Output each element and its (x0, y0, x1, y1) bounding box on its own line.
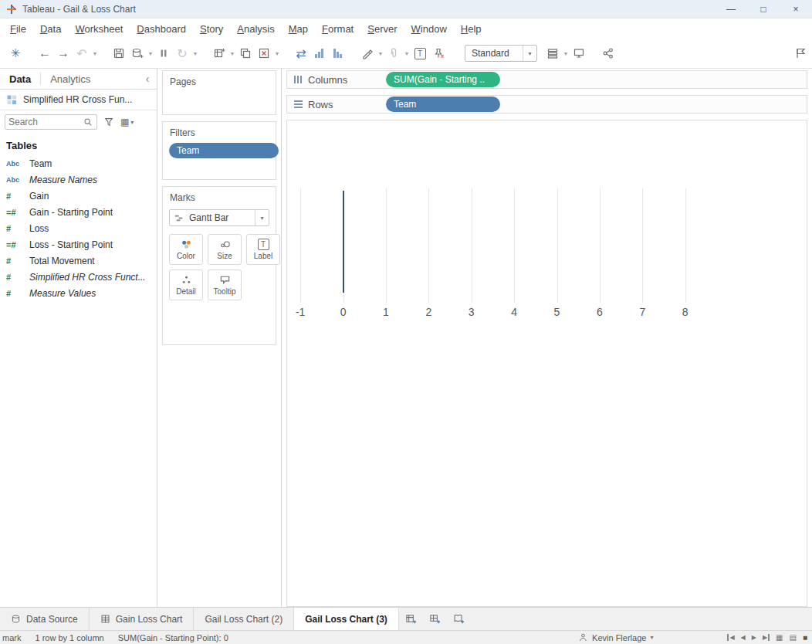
sort-ascending-button[interactable] (310, 43, 329, 63)
last-sheet-icon[interactable]: ▶ (763, 634, 770, 641)
field-loss[interactable]: # Loss (0, 220, 157, 236)
close-button[interactable]: × (780, 0, 812, 18)
fit-dropdown[interactable]: Standard ▾ (465, 45, 537, 62)
columns-shelf[interactable]: Columns SUM(Gain - Starting .. (286, 70, 807, 89)
menu-file[interactable]: File (3, 20, 33, 38)
columns-pill-sum-gain-starting-point[interactable]: SUM(Gain - Starting .. (386, 72, 500, 87)
sort-descending-button[interactable] (329, 43, 347, 63)
undo-caret-icon[interactable]: ▾ (91, 43, 99, 63)
maximize-button[interactable]: □ (747, 0, 780, 18)
tableau-logo-button[interactable]: ✳ (6, 43, 25, 63)
rows-pill-team[interactable]: Team (386, 97, 500, 112)
highlight-button[interactable] (358, 43, 377, 63)
show-hide-cards-button[interactable] (543, 43, 562, 63)
field-total-movement[interactable]: # Total Movement (0, 253, 157, 269)
menu-dashboard[interactable]: Dashboard (130, 20, 193, 38)
pause-auto-updates-button[interactable] (154, 43, 173, 63)
collapse-pane-icon[interactable]: ‹ (138, 69, 157, 89)
chart-canvas[interactable]: -1012345678 (286, 120, 807, 607)
run-update-caret-icon[interactable]: ▾ (191, 43, 199, 63)
duplicate-sheet-button[interactable] (236, 43, 255, 63)
view-options-button[interactable]: ▦ ▾ (120, 117, 134, 127)
menu-worksheet[interactable]: Worksheet (68, 20, 130, 38)
menu-map[interactable]: Map (282, 20, 315, 38)
sheet-sorter-icon[interactable]: ▦ (776, 633, 783, 642)
label-button[interactable]: T Label (246, 234, 280, 265)
back-button[interactable]: ← (36, 43, 54, 63)
clear-sheet-caret-icon[interactable]: ▾ (273, 43, 281, 63)
field-label: Loss - Starting Point (29, 239, 113, 250)
new-worksheet-caret-icon[interactable]: ▾ (228, 43, 236, 63)
swap-axes-button[interactable]: ⇄ (292, 43, 310, 63)
search-box[interactable] (5, 114, 97, 130)
color-button[interactable]: Color (169, 234, 203, 265)
gridline (472, 188, 472, 303)
field-table-count[interactable]: # Simplified HR Cross Funct... (0, 269, 157, 285)
tab-gail-loss-chart-2[interactable]: Gail Loss Chart (2) (194, 608, 294, 630)
search-input[interactable] (8, 117, 83, 127)
next-sheet-icon[interactable]: ▶ (752, 634, 756, 641)
detail-button[interactable]: Detail (169, 269, 203, 300)
pages-card[interactable]: Pages (162, 70, 276, 115)
mark-type-dropdown[interactable]: Gantt Bar ▾ (169, 209, 269, 226)
share-button[interactable] (599, 43, 617, 63)
field-loss-starting-point[interactable]: =# Loss - Starting Point (0, 236, 157, 253)
undo-button[interactable]: ↶ (73, 43, 91, 63)
highlight-caret-icon[interactable]: ▾ (377, 43, 384, 63)
tab-data-source[interactable]: Data Source (0, 608, 90, 630)
show-hide-cards-caret-icon[interactable]: ▾ (562, 43, 570, 63)
tab-data[interactable]: Data (0, 69, 40, 89)
datasource-row[interactable]: Simplified HR Cross Fun... (0, 90, 157, 110)
previous-sheet-icon[interactable]: ◀ (741, 634, 746, 641)
marks-card[interactable]: Marks Gantt Bar ▾ Color (162, 186, 276, 345)
save-button[interactable] (110, 43, 128, 63)
group-members-caret-icon[interactable]: ▾ (403, 43, 411, 63)
tab-gail-loss-chart-3[interactable]: Gail Loss Chart (3) (294, 608, 399, 630)
field-measure-values[interactable]: # Measure Values (0, 285, 157, 301)
filter-pill-team[interactable]: Team (169, 143, 279, 158)
show-mark-labels-button[interactable]: T (411, 43, 429, 63)
forward-button[interactable]: → (54, 43, 73, 63)
field-team[interactable]: Abc Team (0, 155, 157, 171)
detail-label: Detail (176, 287, 196, 296)
new-worksheet-tab-button[interactable] (399, 608, 423, 630)
tab-gain-loss-chart[interactable]: Gain Loss Chart (90, 608, 195, 630)
run-update-button[interactable]: ↻ (173, 43, 191, 63)
mark-type-caret-icon[interactable]: ▾ (255, 210, 269, 225)
filters-card[interactable]: Filters Team (162, 121, 276, 180)
field-measure-names[interactable]: Abc Measure Names (0, 171, 157, 188)
new-data-source-button[interactable] (128, 43, 147, 63)
menu-format[interactable]: Format (315, 20, 360, 38)
chart-pane[interactable] (287, 188, 692, 303)
tab-analytics[interactable]: Analytics (41, 69, 100, 89)
first-sheet-icon[interactable]: ◀ (727, 634, 734, 641)
menu-story[interactable]: Story (193, 20, 230, 38)
new-story-tab-button[interactable] (447, 608, 471, 630)
new-dashboard-tab-button[interactable] (423, 608, 447, 630)
rows-shelf[interactable]: Rows Team (286, 95, 807, 114)
new-worksheet-button[interactable] (210, 43, 228, 63)
fix-axes-button[interactable] (429, 43, 448, 63)
field-gain-starting-point[interactable]: =# Gain - Starting Point (0, 204, 157, 220)
new-data-source-caret-icon[interactable]: ▾ (147, 43, 154, 63)
menu-window[interactable]: Window (404, 20, 454, 38)
group-members-button[interactable] (384, 43, 403, 63)
clear-sheet-button[interactable] (255, 43, 273, 63)
menu-analysis[interactable]: Analysis (230, 20, 281, 38)
filter-fields-icon[interactable] (101, 114, 117, 130)
minimize-button[interactable]: — (715, 0, 747, 18)
size-button[interactable]: Size (208, 234, 242, 265)
fit-dropdown-caret-icon[interactable]: ▾ (523, 46, 536, 61)
show-me-button[interactable] (792, 43, 810, 63)
show-tabs-icon[interactable]: ■ (803, 633, 807, 642)
filmstrip-view-icon[interactable]: ▤ (790, 633, 797, 642)
menu-data[interactable]: Data (33, 20, 68, 38)
gantt-mark[interactable] (343, 191, 344, 293)
menu-help[interactable]: Help (454, 20, 489, 38)
data-pane-tabs: Data Analytics ‹ (0, 69, 157, 90)
tooltip-button[interactable]: Tooltip (208, 269, 242, 300)
field-gain[interactable]: # Gain (0, 188, 157, 204)
menu-server[interactable]: Server (360, 20, 404, 38)
presentation-mode-button[interactable] (570, 43, 588, 63)
user-account-dropdown[interactable]: Kevin Flerlage ▾ (578, 632, 653, 642)
